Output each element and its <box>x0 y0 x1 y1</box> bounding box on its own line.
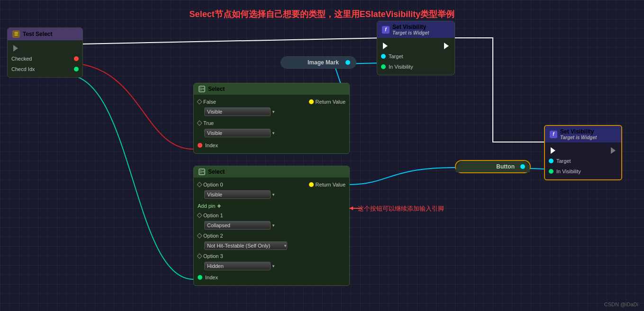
select-2-option0-dropdown-row: Visible Collapsed Hidden <box>194 189 349 201</box>
set-vis-1-body: Target In Visibility <box>377 38 454 75</box>
select-1-false-dropdown[interactable]: Visible Collapsed Hidden <box>204 107 271 116</box>
set-vis-1-title: Set Visibility <box>392 24 429 30</box>
add-pin-plus[interactable]: + <box>217 202 221 210</box>
set-vis-2-body: Target In Visibility <box>545 142 621 179</box>
select-2-option3-dropdown-row: Visible Collapsed Not Hit-Testable (Self… <box>194 260 349 272</box>
select-1-return-pin <box>309 99 314 104</box>
select-2-index-pin <box>198 275 202 280</box>
set-vis-1-invisibility-label: In Visibility <box>389 64 413 70</box>
set-vis-2-exec-in <box>551 147 555 154</box>
option0-diamond <box>197 182 202 187</box>
set-vis-2-target-label: Target <box>556 158 571 164</box>
set-vis-2-exec-out <box>611 147 616 154</box>
select-1-true-dropdown[interactable]: Visible Collapsed Hidden <box>204 129 271 137</box>
select-2-option3-label: Option 3 <box>203 253 223 259</box>
test-select-icon: ☰ <box>12 30 20 38</box>
add-pin-row[interactable]: Add pin + <box>194 201 349 211</box>
select-2-option1-dropdown-row: Visible Collapsed Hidden <box>194 220 349 231</box>
checked-pin-row: Checked <box>8 53 82 64</box>
set-vis-2-invisibility-row: In Visibility <box>545 166 621 177</box>
checd-idx-pin-row: Checd Idx <box>8 64 82 74</box>
set-vis-1-subtitle: Target is Widget <box>392 30 429 36</box>
checd-idx-pin <box>74 67 79 71</box>
set-vis-1-target-row: Target <box>377 51 454 62</box>
set-visibility-node-1: f Set Visibility Target is Widget Target… <box>377 21 455 75</box>
select-2-body: Option 0 Return Value Visible Collapsed … <box>194 178 349 285</box>
false-diamond <box>197 99 202 104</box>
set-vis-2-title: Set Visibility <box>560 128 597 135</box>
add-pin-label: Add pin <box>198 203 215 209</box>
set-vis-2-subtitle: Target is Widget <box>560 135 597 140</box>
select-2-option1-row: Option 1 <box>194 211 349 220</box>
select-1-true-row: True <box>194 119 349 127</box>
select-1-index-label: Index <box>205 142 218 148</box>
select-2-option0-label: Option 0 <box>203 182 223 187</box>
select-node-1: 3+ Select False Return Value Visible Col… <box>193 83 350 154</box>
test-select-exec-pin <box>8 43 82 53</box>
button-node: Button <box>455 160 531 173</box>
select-2-option2-dropdown[interactable]: Visible Collapsed Not Hit-Testable (Self… <box>204 241 287 250</box>
checd-idx-label: Checd Idx <box>11 66 35 72</box>
svg-marker-1 <box>349 206 353 210</box>
select-2-option0-row: Option 0 Return Value <box>194 180 349 189</box>
select-2-index-label: Index <box>205 275 218 280</box>
set-vis-1-target-label: Target <box>389 53 403 59</box>
select-1-false-dropdown-wrapper[interactable]: Visible Collapsed Hidden <box>204 107 278 116</box>
set-vis-1-exec-out <box>444 43 449 49</box>
select-2-option1-label: Option 1 <box>203 213 223 218</box>
set-vis-2-exec-row <box>545 145 621 156</box>
select-2-option2-row: Option 2 <box>194 231 349 240</box>
select-2-option0-wrapper[interactable]: Visible Collapsed Hidden <box>204 190 278 199</box>
annotation-text: 这个按钮可以继续添加输入引脚 <box>358 204 444 213</box>
set-vis-1-target-pin <box>381 54 386 59</box>
true-diamond <box>197 120 202 125</box>
set-vis-1-func-icon: f <box>382 26 390 34</box>
select-2-header: 3+ Select <box>194 166 349 178</box>
set-vis-1-invisibility-pin <box>381 64 386 69</box>
select-1-return-label: Return Value <box>316 99 345 105</box>
select-2-option1-wrapper[interactable]: Visible Collapsed Hidden <box>204 221 278 230</box>
select-1-title: Select <box>208 86 225 92</box>
test-select-body: Checked Checd Idx <box>8 40 82 77</box>
option2-diamond <box>197 233 202 238</box>
select-2-option3-wrapper[interactable]: Visible Collapsed Not Hit-Testable (Self… <box>204 261 278 270</box>
set-vis-2-target-row: Target <box>545 156 621 166</box>
select-2-return-pin <box>309 182 314 187</box>
set-vis-1-exec-in <box>383 43 388 49</box>
select-2-icon: 3+ <box>199 169 205 175</box>
test-select-title: Test Select <box>23 31 52 37</box>
select-1-false-label: False <box>203 99 216 105</box>
set-vis-1-invisibility-row: In Visibility <box>377 62 454 72</box>
image-mark-label: Image Mark <box>308 59 339 66</box>
select-1-true-dropdown-wrapper[interactable]: Visible Collapsed Hidden <box>204 128 278 137</box>
set-vis-1-exec-row <box>377 41 454 51</box>
select-2-option3-dropdown[interactable]: Visible Collapsed Not Hit-Testable (Self… <box>204 262 271 270</box>
button-pin <box>520 164 525 169</box>
checked-label: Checked <box>11 56 32 62</box>
set-vis-2-invisibility-pin <box>549 169 553 174</box>
select-2-return-label: Return Value <box>316 182 345 187</box>
select-1-icon: 3+ <box>199 86 205 92</box>
select-2-option2-label: Option 2 <box>203 233 223 239</box>
select-2-option1-dropdown[interactable]: Visible Collapsed Hidden <box>204 221 271 230</box>
set-visibility-node-2: f Set Visibility Target is Widget Target… <box>544 125 622 180</box>
checked-pin <box>74 56 79 61</box>
select-2-option0-dropdown[interactable]: Visible Collapsed Hidden <box>204 190 271 199</box>
set-vis-2-invisibility-label: In Visibility <box>556 169 581 174</box>
watermark: CSDN @iDaDi <box>604 302 638 307</box>
button-header: Button <box>456 161 530 172</box>
exec-out-arrow <box>13 45 18 52</box>
option1-diamond <box>197 213 202 218</box>
select-1-true-label: True <box>203 120 214 126</box>
select-2-option2-dropdown-row: Visible Collapsed Not Hit-Testable (Self… <box>194 240 349 252</box>
select-1-false-row: False Return Value <box>194 98 349 106</box>
select-1-index-row: Index <box>194 140 349 151</box>
select-2-option3-row: Option 3 <box>194 252 349 260</box>
select-node-2: 3+ Select Option 0 Return Value Visible … <box>193 166 350 286</box>
select-2-option2-wrapper[interactable]: Visible Collapsed Not Hit-Testable (Self… <box>204 241 290 250</box>
set-vis-2-func-icon: f <box>550 131 557 138</box>
option3-diamond <box>197 253 202 258</box>
image-mark-node: Image Mark <box>281 56 356 69</box>
test-select-node: ☰ Test Select Checked Checd Idx <box>7 27 83 78</box>
select-1-true-dropdown-row: Visible Collapsed Hidden <box>194 127 349 140</box>
